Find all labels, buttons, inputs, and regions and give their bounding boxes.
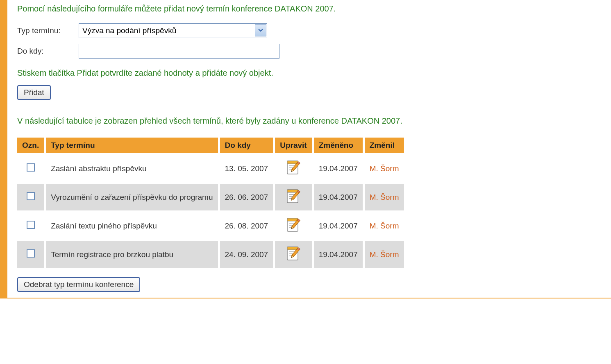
- row-checkbox[interactable]: [27, 249, 35, 258]
- col-header-edit: Upravit: [275, 138, 311, 153]
- row-deadline: 26. 08. 2007: [220, 213, 273, 239]
- row-type: Termín registrace pro brzkou platbu: [46, 241, 218, 268]
- row-edit-cell: [275, 213, 311, 239]
- row-type: Zaslání abstraktu příspěvku: [46, 155, 218, 182]
- row-checkbox[interactable]: [27, 221, 35, 229]
- deadlines-table: Ozn. Typ termínu Do kdy Upravit Změněno …: [15, 136, 406, 270]
- svg-rect-10: [287, 190, 298, 192]
- row-type: Zaslání textu plného příspěvku: [46, 213, 218, 239]
- row-changed: 19.04.2007: [314, 241, 363, 268]
- edit-icon[interactable]: [285, 217, 302, 235]
- edit-icon[interactable]: [285, 188, 302, 206]
- row-type: Vyrozumění o zařazení příspěvku do progr…: [46, 184, 218, 210]
- type-select[interactable]: [79, 23, 267, 38]
- table-intro-text: V následující tabulce je zobrazen přehle…: [17, 116, 611, 126]
- row-edit-cell: [275, 184, 311, 210]
- svg-rect-19: [287, 218, 298, 221]
- row-changed-by: M. Šorm: [365, 241, 404, 268]
- edit-icon[interactable]: [285, 245, 302, 264]
- row-checkbox[interactable]: [27, 163, 35, 172]
- col-header-check: Ozn.: [17, 138, 44, 153]
- table-row: Termín registrace pro brzkou platbu24. 0…: [17, 241, 404, 268]
- svg-rect-1: [287, 161, 298, 164]
- row-changed: 19.04.2007: [314, 184, 363, 210]
- deadline-input[interactable]: [79, 44, 279, 59]
- row-edit-cell: [275, 155, 311, 182]
- row-checkbox[interactable]: [27, 192, 35, 200]
- table-row: Vyrozumění o zařazení příspěvku do progr…: [17, 184, 404, 210]
- col-header-deadline: Do kdy: [220, 138, 273, 153]
- form-row-deadline: Do kdy:: [17, 44, 611, 59]
- col-header-changed-by: Změnil: [365, 138, 404, 153]
- row-deadline: 26. 06. 2007: [220, 184, 273, 210]
- col-header-type: Typ termínu: [46, 138, 218, 153]
- row-changed-by: M. Šorm: [365, 155, 404, 182]
- edit-icon[interactable]: [285, 159, 302, 178]
- row-check-cell: [17, 184, 44, 210]
- deadline-label: Do kdy:: [17, 47, 79, 56]
- row-deadline: 24. 09. 2007: [220, 241, 273, 268]
- row-changed-by: M. Šorm: [365, 213, 404, 239]
- col-header-changed: Změněno: [314, 138, 363, 153]
- svg-rect-28: [287, 247, 298, 250]
- helper-text: Stiskem tlačítka Přidat potvrdíte zadané…: [17, 68, 611, 78]
- row-edit-cell: [275, 241, 311, 268]
- row-check-cell: [17, 241, 44, 268]
- add-button[interactable]: Přidat: [17, 85, 51, 100]
- type-label: Typ termínu:: [17, 26, 79, 35]
- table-row: Zaslání textu plného příspěvku26. 08. 20…: [17, 213, 404, 239]
- row-changed: 19.04.2007: [314, 213, 363, 239]
- remove-button[interactable]: Odebrat typ termínu konference: [17, 277, 140, 292]
- row-changed: 19.04.2007: [314, 155, 363, 182]
- form-row-type: Typ termínu:: [17, 23, 611, 38]
- row-changed-by: M. Šorm: [365, 184, 404, 210]
- row-check-cell: [17, 213, 44, 239]
- table-row: Zaslání abstraktu příspěvku13. 05. 20071…: [17, 155, 404, 182]
- intro-text: Pomocí následujícího formuláře můžete př…: [17, 4, 611, 14]
- row-deadline: 13. 05. 2007: [220, 155, 273, 182]
- row-check-cell: [17, 155, 44, 182]
